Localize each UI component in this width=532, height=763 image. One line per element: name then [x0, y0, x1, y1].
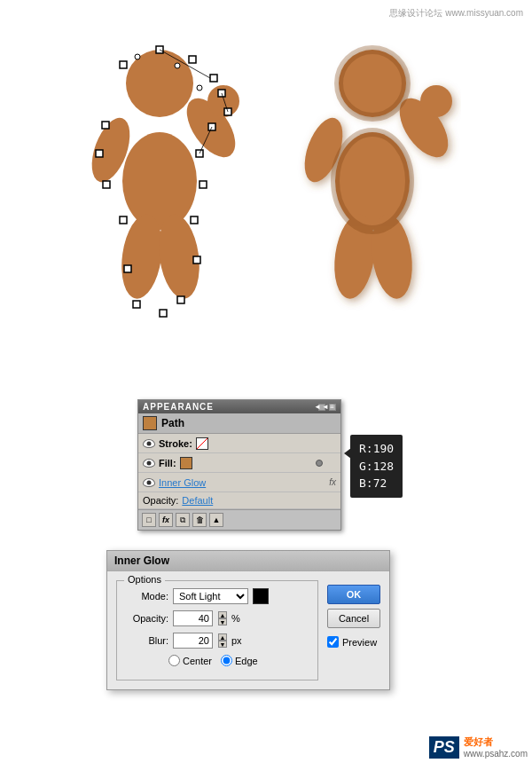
edge-radio-label[interactable]: Edge — [221, 655, 258, 666]
fill-swatch[interactable] — [180, 457, 192, 469]
panel-inner-glow-row[interactable]: Inner Glow fx — [138, 473, 340, 492]
new-layer-btn[interactable]: □ — [142, 513, 156, 527]
svg-rect-25 — [120, 61, 127, 68]
blur-down-btn[interactable]: ▼ — [218, 641, 227, 648]
appearance-panel: APPEARANCE ◄◄ ≡ Path Stroke: Fill: — [137, 399, 341, 531]
duplicate-btn[interactable]: ⧉ — [176, 513, 190, 527]
fx-badge: fx — [329, 477, 336, 487]
svg-rect-17 — [177, 296, 184, 303]
mode-row: Mode: Soft Light Normal Multiply Screen — [124, 588, 310, 604]
stroke-swatch[interactable] — [196, 437, 208, 450]
svg-rect-23 — [96, 150, 103, 157]
opacity-label: Opacity: — [143, 495, 178, 506]
opacity-down-btn[interactable]: ▼ — [218, 618, 227, 625]
svg-point-30 — [197, 85, 202, 90]
percent-label: % — [231, 613, 240, 624]
dialog-titlebar: Inner Glow — [107, 551, 389, 571]
panel-path-row: Path — [138, 413, 340, 434]
ps-url: www.psahz.com — [464, 749, 528, 759]
blur-label: Blur: — [124, 635, 168, 646]
delete-btn[interactable]: 🗑 — [192, 513, 207, 527]
svg-rect-24 — [102, 122, 109, 129]
ps-logo: PS — [429, 736, 459, 759]
svg-rect-9 — [210, 75, 217, 82]
path-color-swatch — [143, 416, 157, 430]
center-edge-group: Center Edge — [168, 655, 258, 666]
svg-rect-16 — [193, 256, 200, 264]
ok-button[interactable]: OK — [327, 585, 380, 604]
watermark: 思缘设计论坛 www.missyuan.com — [389, 7, 523, 20]
panel-content: Path Stroke: Fill: Inner Glow fx Opacit — [138, 413, 340, 530]
blur-input[interactable] — [173, 633, 213, 649]
mode-label: Mode: — [124, 591, 168, 602]
svg-point-0 — [126, 50, 193, 117]
panel-title: APPEARANCE — [143, 402, 214, 412]
cancel-button[interactable]: Cancel — [327, 609, 380, 628]
dialog-body: Options Mode: Soft Light Normal Multiply… — [107, 571, 389, 689]
center-radio[interactable] — [168, 655, 180, 666]
stroke-visibility-icon[interactable] — [143, 439, 155, 448]
inner-glow-link[interactable]: Inner Glow — [159, 477, 206, 488]
ps-site-name: 爱好者 — [464, 735, 528, 749]
figure-right — [284, 43, 461, 348]
options-legend: Options — [124, 574, 165, 585]
opacity-row: Opacity: ▲ ▼ % — [124, 610, 310, 626]
inner-glow-dialog: Inner Glow Options Mode: Soft Light Norm… — [106, 550, 390, 690]
svg-point-36 — [420, 85, 452, 117]
glow-color-swatch[interactable] — [253, 588, 269, 604]
figure-left — [71, 43, 248, 348]
svg-rect-18 — [160, 310, 167, 317]
blur-stepper[interactable]: ▲ ▼ — [218, 633, 227, 648]
panel-path-label: Path — [161, 417, 184, 429]
panel-fill-row[interactable]: Fill: — [138, 453, 340, 473]
svg-point-1 — [122, 132, 197, 230]
panel-opacity-row: Opacity: Default — [138, 492, 340, 509]
preview-label: Preview — [342, 637, 377, 648]
svg-point-29 — [175, 63, 180, 68]
dialog-buttons: OK Cancel Preview — [327, 580, 380, 680]
color-tooltip: R:190 G:128 B:72 — [350, 435, 403, 498]
px-label: px — [231, 635, 242, 646]
preview-checkbox[interactable] — [327, 636, 339, 648]
inner-glow-visibility-icon[interactable] — [143, 478, 155, 487]
panel-menu-btn[interactable]: ≡ — [329, 404, 336, 411]
edge-radio[interactable] — [221, 655, 232, 666]
mode-select[interactable]: Soft Light Normal Multiply Screen — [173, 588, 248, 604]
stroke-label: Stroke: — [159, 438, 192, 449]
svg-rect-21 — [120, 216, 127, 224]
opacity-input[interactable] — [173, 610, 213, 626]
preview-row: Preview — [327, 636, 380, 648]
blur-up-btn[interactable]: ▲ — [218, 633, 227, 641]
panel-titlebar: APPEARANCE ◄◄ ≡ — [138, 400, 340, 413]
svg-rect-19 — [133, 301, 140, 308]
opacity-up-btn[interactable]: ▲ — [218, 611, 227, 618]
opacity-stepper[interactable]: ▲ ▼ — [218, 611, 227, 625]
fill-indicator — [316, 460, 323, 467]
ps-branding: PS 爱好者 www.psahz.com — [429, 735, 528, 759]
svg-rect-14 — [200, 181, 207, 188]
dialog-title: Inner Glow — [114, 555, 169, 567]
opacity-field-label: Opacity: — [124, 613, 168, 624]
svg-point-31 — [135, 54, 140, 59]
move-up-btn[interactable]: ▲ — [209, 513, 223, 527]
blur-row: Blur: ▲ ▼ px — [124, 633, 310, 649]
svg-rect-22 — [103, 181, 110, 188]
fx-btn[interactable]: fx — [159, 513, 173, 527]
radio-row: Center Edge — [168, 655, 310, 666]
dialog-options: Options Mode: Soft Light Normal Multiply… — [116, 580, 318, 680]
fill-visibility-icon[interactable] — [143, 459, 155, 468]
fill-label: Fill: — [159, 458, 176, 468]
panel-stroke-row[interactable]: Stroke: — [138, 434, 340, 453]
svg-rect-20 — [124, 265, 131, 272]
svg-rect-15 — [191, 216, 198, 224]
opacity-value[interactable]: Default — [182, 495, 213, 506]
center-radio-label[interactable]: Center — [168, 655, 212, 666]
figures-area — [0, 9, 532, 382]
panel-collapse-btn[interactable]: ◄◄ — [318, 404, 325, 411]
panel-toolbar: □ fx ⧉ 🗑 ▲ — [138, 509, 340, 530]
svg-rect-8 — [189, 56, 196, 63]
